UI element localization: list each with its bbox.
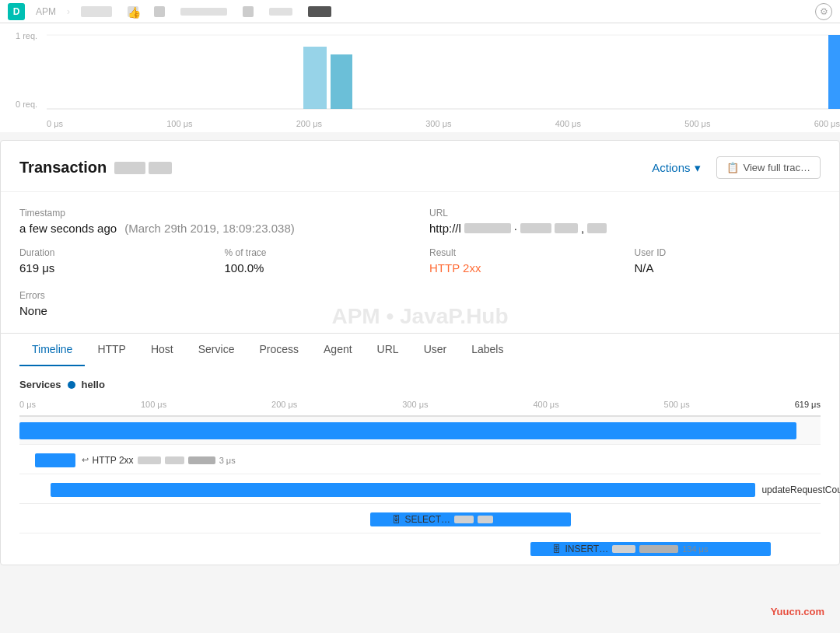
nav-icon (81, 6, 112, 17)
tl-row-1[interactable] (19, 417, 821, 445)
tl-http-redact2 (165, 456, 184, 464)
url-redact-3 (555, 223, 578, 233)
tabs-row: Timeline HTTP Host Service Process Agent… (1, 333, 839, 366)
tl-insert-db-icon: 🗄 (552, 544, 561, 554)
errors-item: Errors None (19, 290, 821, 317)
tl-select-db-icon: 🗄 (392, 515, 401, 524)
thumb-icon: 👍 (128, 6, 138, 17)
tl-row-3[interactable]: updateRequestCount 557 μs (19, 476, 821, 504)
tab-user[interactable]: User (411, 334, 460, 366)
svg-rect-4 (828, 35, 840, 109)
pct-trace-item: % of trace 100.0% (225, 247, 411, 275)
user-id-value: N/A (635, 261, 821, 275)
tl-bar-http (35, 453, 75, 467)
transaction-title: Transaction (19, 159, 172, 177)
tl-x-619: 619 μs (795, 400, 821, 409)
y-label-bottom: 0 req. (16, 100, 37, 109)
url-redact-2 (520, 223, 551, 233)
tl-select-label-group: 🗄 SELECT… (392, 514, 493, 525)
redact-1 (114, 162, 145, 174)
tl-insert-label-group: 🗄 INSERT… 134 μs (552, 544, 708, 554)
nav-item-apm[interactable]: APM (31, 0, 61, 23)
tl-select-redact2 (478, 516, 493, 523)
nav-item-block1 (149, 0, 170, 23)
nav-item-services[interactable] (76, 0, 117, 23)
url-redact-1 (464, 223, 511, 233)
chart-x-labels: 0 μs 100 μs 200 μs 300 μs 400 μs 500 μs … (47, 119, 840, 128)
duration-item: Duration 619 μs (19, 247, 206, 275)
title-redacted (114, 162, 172, 174)
transaction-title-text: Transaction (19, 159, 107, 177)
timestamp-label: Timestamp (19, 208, 411, 219)
tab-timeline[interactable]: Timeline (19, 334, 85, 366)
chart-y-labels: 1 req. 0 req. (16, 31, 37, 109)
user-id-label: User ID (635, 247, 821, 258)
tl-bar-main (19, 422, 796, 439)
url-prefix: http://l (429, 222, 461, 235)
tl-http-icon: ↩ (82, 455, 89, 465)
x-label-600: 600 μs (814, 119, 840, 128)
chart-area: 1 req. 0 req. 0 μs 100 μs 200 μs 300 μs … (0, 23, 840, 132)
details-grid: Timestamp a few seconds ago (March 29th … (1, 192, 839, 290)
tl-select-redact1 (454, 516, 474, 523)
url-dot: · (514, 222, 517, 235)
timeline-x-axis: 0 μs 100 μs 200 μs 300 μs 400 μs 500 μs … (19, 400, 821, 409)
tab-agent[interactable]: Agent (311, 334, 365, 366)
url-value: http://l · , (429, 222, 821, 235)
x-label-400: 400 μs (555, 119, 581, 128)
tab-host[interactable]: Host (138, 334, 186, 366)
url-redact-4 (587, 223, 607, 233)
url-comma: , (581, 222, 584, 235)
x-label-500: 500 μs (684, 119, 710, 128)
services-row: Services hello (19, 379, 821, 390)
errors-row: Errors None APM • JavaP.Hub (1, 290, 839, 333)
actions-label: Actions (652, 161, 690, 174)
tl-row-4[interactable]: 🗄 SELECT… (19, 505, 821, 533)
tab-process[interactable]: Process (247, 334, 311, 366)
service-name: hello (82, 379, 105, 390)
actions-chevron-icon: ▾ (695, 161, 701, 175)
x-label-200: 200 μs (296, 119, 322, 128)
tl-row-2[interactable]: ↩ HTTP 2xx 3 μs (19, 446, 821, 474)
tl-x-0: 0 μs (19, 400, 36, 409)
tab-http[interactable]: HTTP (85, 334, 138, 366)
tl-x-100: 100 μs (141, 400, 166, 409)
x-label-100: 100 μs (166, 119, 192, 128)
timeline-section: Services hello 0 μs 100 μs 200 μs 300 μs… (1, 366, 839, 563)
tab-url[interactable]: URL (365, 334, 411, 366)
tl-update-label: updateRequestCount (761, 484, 840, 495)
timeline-bars-container: ↩ HTTP 2xx 3 μs updateRequestCount 557 μ… (19, 415, 821, 563)
pct-trace-label: % of trace (225, 247, 411, 258)
tl-insert-label: INSERT… (565, 544, 608, 554)
view-full-trace-button[interactable]: 📋 View full trac… (716, 156, 821, 179)
tl-http-redact1 (138, 456, 161, 464)
tl-x-300: 300 μs (402, 400, 428, 409)
transaction-header: Transaction Actions ▾ 📋 View full trac… (1, 141, 839, 192)
tab-labels[interactable]: Labels (459, 334, 516, 366)
nav-item-block2 (238, 0, 258, 23)
main-content: Transaction Actions ▾ 📋 View full trac… … (0, 140, 840, 565)
result-item: Result HTTP 2xx (429, 247, 616, 275)
timestamp-absolute: (March 29th 2019, 18:09:23.038) (124, 222, 294, 235)
tl-http-label: HTTP 2xx (93, 455, 134, 466)
top-nav: D APM › 👍 ⚙ (0, 0, 840, 23)
duration-label: Duration (19, 247, 206, 258)
timestamp-item: Timestamp a few seconds ago (March 29th … (19, 208, 411, 235)
x-label-0: 0 μs (47, 119, 63, 128)
svg-rect-3 (331, 54, 352, 109)
svg-rect-2 (303, 47, 327, 109)
tab-service[interactable]: Service (186, 334, 247, 366)
actions-button[interactable]: Actions ▾ (646, 158, 706, 178)
chart-svg (47, 31, 840, 117)
nav-logo: D (8, 3, 25, 20)
nav-item-thumb: 👍 (123, 0, 143, 23)
tl-http-label-group: ↩ HTTP 2xx 3 μs (82, 455, 236, 466)
tl-row-5[interactable]: 🗄 INSERT… 134 μs (19, 535, 821, 563)
settings-icon[interactable]: ⚙ (815, 3, 832, 20)
url-item: URL http://l · , (429, 208, 821, 235)
tl-x-200: 200 μs (271, 400, 297, 409)
tl-update-label-group: updateRequestCount 557 μs (761, 481, 840, 499)
duration-value: 619 μs (19, 261, 206, 275)
tl-x-500: 500 μs (664, 400, 690, 409)
tl-insert-duration: 134 μs (682, 544, 708, 554)
